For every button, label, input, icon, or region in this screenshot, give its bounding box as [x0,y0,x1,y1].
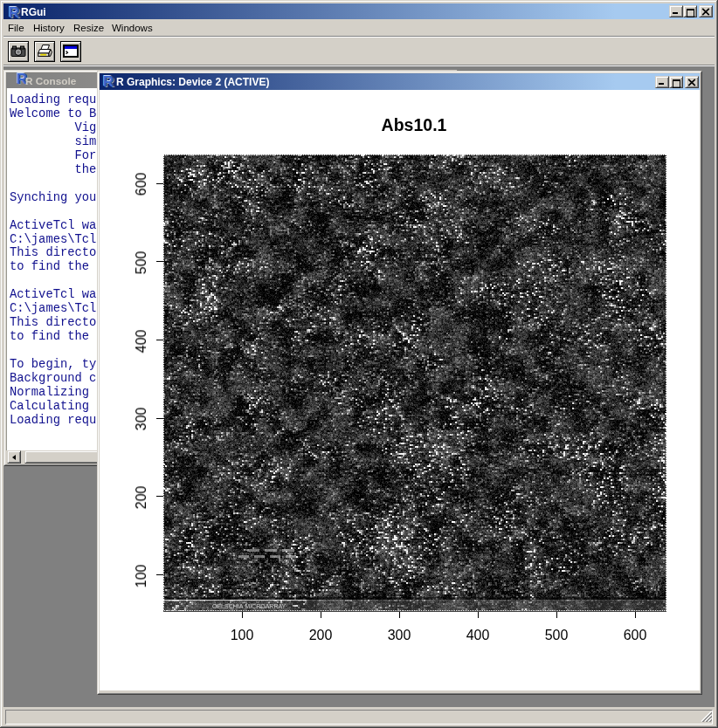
svg-text:R: R [103,74,114,90]
svg-text:R: R [9,5,19,20]
